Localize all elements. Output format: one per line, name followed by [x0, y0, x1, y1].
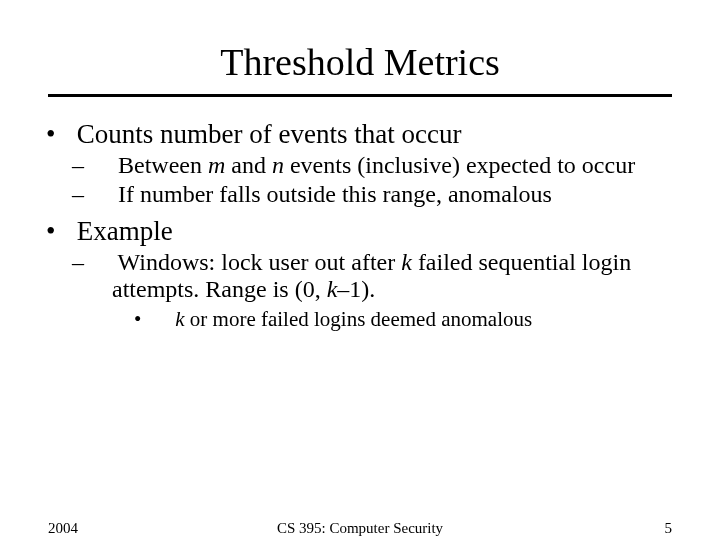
bullet-2: Example Windows: lock user out after k f… — [48, 216, 672, 332]
bullet-1: Counts number of events that occur Betwe… — [48, 119, 672, 208]
bullet-2-1-1-post: or more failed logins deemed anomalous — [185, 307, 533, 331]
bullet-2-sublist: Windows: lock user out after k failed se… — [92, 249, 672, 332]
bullet-1-1-n: n — [272, 152, 284, 178]
bullet-1-1-post: events (inclusive) expected to occur — [284, 152, 635, 178]
slide-title: Threshold Metrics — [48, 40, 672, 84]
bullet-2-1-sublist: k or more failed logins deemed anomalous — [152, 307, 672, 332]
bullet-1-sublist: Between m and n events (inclusive) expec… — [92, 152, 672, 208]
footer-slide-number: 5 — [665, 520, 673, 537]
bullet-1-2-text: If number falls outside this range, anom… — [118, 181, 552, 207]
bullet-list: Counts number of events that occur Betwe… — [48, 119, 672, 332]
bullet-2-1-k: k — [401, 249, 412, 275]
bullet-2-1-pre: Windows: lock user out after — [118, 249, 402, 275]
bullet-2-1-1-k: k — [175, 307, 184, 331]
title-rule — [48, 94, 672, 97]
bullet-2-1-k2: k — [327, 276, 338, 302]
bullet-2-1-1: k or more failed logins deemed anomalous — [152, 307, 672, 332]
bullet-1-text: Counts number of events that occur — [77, 119, 462, 149]
slide: Threshold Metrics Counts number of event… — [0, 0, 720, 540]
bullet-1-1-mid: and — [225, 152, 272, 178]
bullet-1-2: If number falls outside this range, anom… — [92, 181, 672, 208]
footer-course: CS 395: Computer Security — [0, 520, 720, 537]
bullet-1-1-m: m — [208, 152, 225, 178]
bullet-1-1-pre: Between — [118, 152, 208, 178]
bullet-1-1: Between m and n events (inclusive) expec… — [92, 152, 672, 179]
bullet-2-1-post: –1). — [337, 276, 375, 302]
bullet-2-1: Windows: lock user out after k failed se… — [92, 249, 672, 332]
bullet-2-text: Example — [77, 216, 173, 246]
